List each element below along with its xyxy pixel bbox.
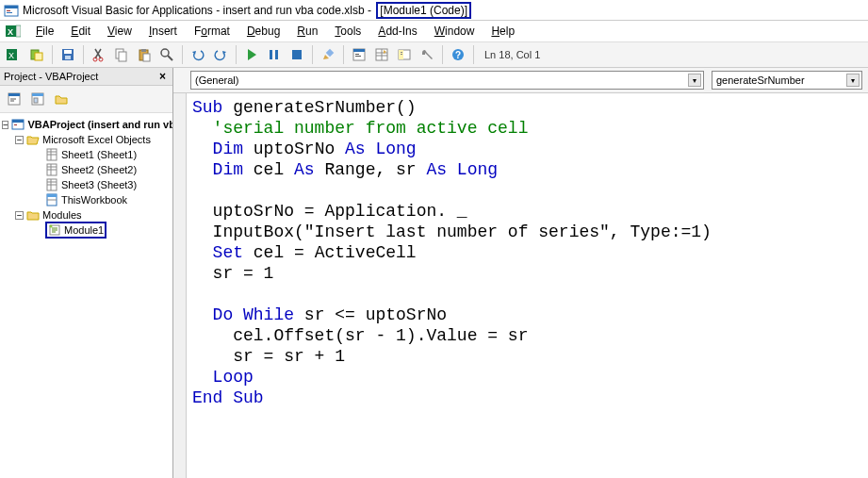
redo-button[interactable]	[210, 44, 231, 65]
object-browser-button[interactable]	[394, 44, 415, 65]
vbaproject-icon	[11, 118, 25, 131]
menu-view[interactable]: View	[100, 23, 139, 40]
window-title: Microsoft Visual Basic for Applications …	[23, 4, 471, 17]
view-excel-button[interactable]: X	[4, 44, 25, 65]
svg-rect-50	[14, 124, 17, 125]
code-editor[interactable]: Sub generateSrNumber() 'serial number fr…	[187, 93, 868, 478]
svg-rect-3	[7, 12, 12, 13]
design-mode-button[interactable]	[318, 44, 338, 65]
collapse-icon[interactable]: −	[15, 211, 24, 220]
svg-rect-24	[275, 50, 278, 59]
svg-rect-20	[143, 54, 150, 61]
object-dropdown[interactable]: (General)▾	[190, 71, 704, 90]
svg-rect-19	[141, 49, 146, 52]
svg-rect-6	[16, 25, 21, 37]
svg-text:X: X	[8, 27, 13, 37]
menu-addins[interactable]: Add-Ins	[370, 23, 424, 40]
project-explorer-button[interactable]	[349, 44, 369, 65]
svg-rect-42	[8, 93, 20, 96]
tree-module1[interactable]: Module1	[64, 224, 104, 236]
svg-rect-12	[64, 50, 72, 54]
toolbox-button[interactable]	[417, 44, 437, 65]
folder-open-icon	[26, 133, 40, 146]
paste-button[interactable]	[134, 44, 155, 65]
title-bar: Microsoft Visual Basic for Applications …	[0, 0, 868, 21]
sheet-icon	[45, 163, 58, 176]
break-button[interactable]	[264, 44, 285, 65]
sheet-icon	[45, 178, 58, 191]
svg-rect-64	[47, 194, 57, 197]
undo-button[interactable]	[188, 44, 208, 65]
menu-help[interactable]: Help	[483, 23, 522, 40]
menu-tools[interactable]: Tools	[327, 23, 368, 40]
svg-rect-47	[34, 98, 38, 103]
cut-button[interactable]	[89, 44, 109, 65]
svg-rect-30	[355, 56, 361, 57]
toolbar: X ? Ln 18, Col 1	[0, 41, 868, 68]
svg-text:?: ?	[455, 50, 461, 60]
menu-insert[interactable]: Insert	[141, 23, 185, 40]
svg-rect-37	[401, 52, 402, 53]
svg-rect-46	[32, 93, 43, 96]
svg-rect-25	[292, 50, 302, 59]
svg-rect-13	[65, 56, 71, 59]
run-button[interactable]	[241, 44, 262, 65]
workbook-icon	[45, 193, 58, 206]
project-tree[interactable]: −VBAProject (insert and run vba code.xls…	[0, 113, 172, 478]
svg-text:X: X	[8, 51, 14, 60]
svg-rect-28	[353, 49, 365, 52]
tree-sheet1[interactable]: Sheet1 (Sheet1)	[61, 149, 137, 160]
svg-rect-49	[12, 120, 24, 123]
sheet-icon	[45, 148, 58, 161]
menu-debug[interactable]: Debug	[239, 23, 287, 40]
properties-button[interactable]	[371, 44, 392, 65]
procedure-dropdown[interactable]: generateSrNumber▾	[712, 71, 862, 90]
tree-root[interactable]: VBAProject (insert and run vba code.xlsb…	[27, 119, 172, 130]
svg-rect-26	[326, 49, 334, 57]
menu-edit[interactable]: Edit	[63, 23, 98, 40]
tree-excel-objects[interactable]: Microsoft Excel Objects	[42, 134, 151, 145]
svg-rect-38	[401, 54, 402, 55]
tree-thisworkbook[interactable]: ThisWorkbook	[61, 194, 127, 206]
project-explorer-title: Project - VBAProject ×	[0, 68, 172, 86]
save-button[interactable]	[57, 44, 78, 65]
module-icon	[48, 223, 61, 237]
folder-icon	[26, 208, 40, 222]
toggle-folders-button[interactable]	[51, 89, 72, 109]
svg-rect-23	[270, 50, 272, 59]
tree-modules[interactable]: Modules	[42, 209, 82, 221]
code-gutter	[173, 93, 187, 478]
excel-icon[interactable]: X	[6, 24, 21, 39]
help-button[interactable]: ?	[448, 44, 468, 65]
svg-point-70	[50, 225, 53, 228]
insert-module-button[interactable]	[26, 44, 47, 65]
code-editor-area: (General)▾ generateSrNumber▾ Sub generat…	[173, 68, 868, 478]
reset-button[interactable]	[287, 44, 307, 65]
code-dropdown-bar: (General)▾ generateSrNumber▾	[173, 68, 868, 93]
menu-window[interactable]: Window	[427, 23, 483, 40]
svg-rect-1	[5, 6, 18, 8]
svg-rect-17	[119, 52, 126, 61]
find-button[interactable]	[156, 44, 177, 65]
view-object-button[interactable]	[27, 89, 48, 109]
svg-rect-10	[35, 53, 42, 60]
view-code-button[interactable]	[4, 89, 25, 109]
menu-file[interactable]: File	[28, 23, 61, 40]
title-module-highlight: [Module1 (Code)]	[376, 2, 471, 19]
collapse-icon[interactable]: −	[2, 121, 8, 129]
collapse-icon[interactable]: −	[15, 136, 24, 144]
menu-bar: X File Edit View Insert Format Debug Run…	[0, 21, 868, 41]
project-explorer-toolbar	[0, 86, 172, 113]
svg-line-22	[168, 56, 172, 60]
project-explorer-panel: Project - VBAProject × −VBAProject (inse…	[0, 68, 173, 478]
cursor-position-status: Ln 18, Col 1	[479, 49, 546, 60]
vba-app-icon	[4, 3, 19, 18]
close-panel-button[interactable]: ×	[156, 70, 169, 83]
menu-format[interactable]: Format	[187, 23, 237, 40]
menu-run[interactable]: Run	[289, 23, 325, 40]
svg-rect-2	[7, 10, 10, 11]
tree-sheet2[interactable]: Sheet2 (Sheet2)	[61, 164, 137, 175]
copy-button[interactable]	[111, 44, 132, 65]
selected-module-highlight: Module1	[45, 222, 106, 239]
tree-sheet3[interactable]: Sheet3 (Sheet3)	[61, 179, 137, 190]
